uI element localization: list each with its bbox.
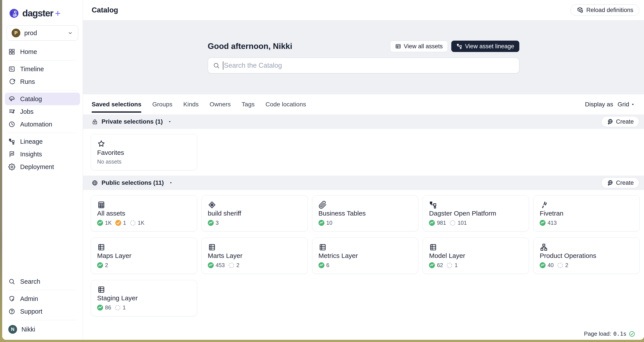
section-toggle-public-selections-11[interactable]: Public selections (11)	[92, 179, 173, 186]
dagster-logo: dagster +	[9, 8, 83, 19]
sidebar-item-lineage[interactable]: Lineage	[5, 135, 80, 148]
sidebar-spacer	[2, 173, 83, 275]
asset-status-counts: 4532	[208, 262, 302, 268]
sidebar-item-insights[interactable]: Insights	[5, 148, 80, 161]
tab-code-locations[interactable]: Code locations	[266, 94, 306, 114]
globe-plus-icon	[607, 179, 614, 186]
never-materialized-status-icon	[229, 263, 234, 268]
display-as-select[interactable]: Grid	[618, 101, 635, 108]
table-rows-icon	[97, 243, 106, 251]
catalog-search-input[interactable]	[224, 62, 514, 69]
selection-card-all-assets[interactable]: All assets1K11K	[91, 195, 197, 231]
tab-owners[interactable]: Owners	[210, 94, 230, 114]
user-name: Nikki	[22, 326, 35, 333]
asset-status-counts: 10	[318, 220, 412, 226]
status-count: 40	[548, 262, 554, 268]
sidebar-item-automation[interactable]: Automation	[5, 118, 80, 131]
tab-tags[interactable]: Tags	[242, 94, 254, 114]
sidebar-item-support[interactable]: Support	[5, 305, 80, 318]
materialized-status-icon	[208, 220, 214, 226]
display-as-label: Display as	[585, 101, 613, 108]
divider	[8, 290, 76, 290]
status-count: 6	[326, 262, 330, 268]
sidebar-item-search[interactable]: Search	[5, 275, 80, 288]
lock-icon	[92, 119, 98, 125]
sidebar-item-catalog[interactable]: Catalog	[5, 93, 80, 105]
sidebar-item-home[interactable]: Home	[5, 45, 80, 58]
asset-status-counts: 6	[318, 262, 412, 268]
table-rows-icon	[318, 243, 327, 251]
deployment-switcher[interactable]: P prod	[6, 25, 78, 41]
selection-card-maps-layer[interactable]: Maps Layer2	[91, 238, 197, 274]
catalog-tabs-row: Saved selectionsGroupsKindsOwnersTagsCod…	[83, 94, 644, 114]
materialized-status-icon	[208, 262, 214, 268]
card-title: Model Layer	[429, 252, 522, 259]
stale-status-icon	[115, 220, 121, 226]
create-selection-button[interactable]: Create	[601, 116, 639, 127]
materialized-status-icon	[540, 262, 546, 268]
selection-card-build-sheriff[interactable]: build sheriff3	[202, 195, 308, 231]
insights-icon	[8, 151, 15, 158]
sidebar-item-jobs[interactable]: Jobs	[5, 105, 80, 118]
tab-kinds[interactable]: Kinds	[183, 94, 198, 114]
paperclip-icon	[318, 201, 327, 209]
logo-wordmark: dagster	[22, 8, 53, 18]
view-all-assets-button[interactable]: View all assets	[390, 41, 448, 52]
section-toggle-private-selections-1[interactable]: Private selections (1)	[92, 118, 172, 125]
never-materialized-status-icon	[115, 305, 120, 310]
never-materialized-status-icon	[447, 263, 452, 268]
selection-card-staging-layer[interactable]: Staging Layer861	[91, 280, 197, 316]
main-content: Catalog Reload definitions Good afternoo…	[83, 0, 644, 340]
card-title: Favorites	[97, 149, 191, 156]
sidebar-item-label: Support	[20, 308, 42, 315]
card-subtitle: No assets	[97, 159, 191, 165]
selection-card-fivetran[interactable]: Fivetran413	[533, 195, 640, 231]
reload-definitions-button[interactable]: Reload definitions	[570, 4, 639, 16]
sidebar-item-runs[interactable]: Runs	[5, 75, 80, 88]
sidebar-item-deployment[interactable]: Deployment	[5, 161, 80, 173]
selection-card-model-layer[interactable]: Model Layer621	[422, 238, 529, 274]
search-icon	[8, 278, 15, 285]
status-count: 10	[326, 220, 332, 226]
status-count: 981	[437, 220, 446, 226]
materialized-status-icon	[97, 220, 103, 226]
materialized-status-icon	[429, 262, 435, 268]
sidebar-item-admin[interactable]: Admin	[5, 292, 80, 305]
admin-icon	[8, 295, 15, 302]
catalog-icon	[8, 95, 15, 102]
view-asset-lineage-button[interactable]: View asset lineage	[451, 41, 519, 52]
card-title: Metrics Layer	[318, 252, 412, 259]
table-rows-icon	[208, 243, 216, 251]
status-count: 1	[123, 305, 126, 311]
user-menu[interactable]: N Nikki	[5, 322, 80, 336]
selection-card-dagster-open-platform[interactable]: Dagster Open Platform981101	[422, 195, 529, 231]
asset-status-counts: 861	[97, 305, 191, 311]
status-count: 1	[123, 220, 126, 226]
tab-groups[interactable]: Groups	[152, 94, 172, 114]
create-selection-button[interactable]: Create	[601, 177, 639, 188]
sidebar-item-label: Deployment	[20, 163, 54, 171]
page-title: Catalog	[92, 6, 118, 14]
card-title: All assets	[97, 210, 191, 217]
asset-status-counts: 3	[208, 220, 302, 226]
top-bar: Catalog Reload definitions	[83, 0, 644, 20]
catalog-search[interactable]	[208, 58, 519, 73]
card-title: Product Operations	[540, 252, 633, 259]
status-count: 101	[458, 220, 467, 226]
selection-card-business-tables[interactable]: Business Tables10	[312, 195, 418, 231]
deployment-icon	[8, 163, 15, 170]
sidebar-item-label: Lineage	[20, 138, 43, 145]
page-load-status: Page load: 0.1s	[583, 329, 636, 339]
selection-card-favorites[interactable]: FavoritesNo assets	[91, 134, 197, 170]
tab-saved-selections[interactable]: Saved selections	[92, 94, 141, 114]
sidebar-item-timeline[interactable]: Timeline	[5, 63, 80, 75]
card-title: build sheriff	[208, 210, 302, 217]
status-count: 1K	[105, 220, 112, 226]
selection-card-metrics-layer[interactable]: Metrics Layer6	[312, 238, 418, 274]
sidebar-nav: HomeTimelineRunsCatalogJobsAutomationLin…	[2, 45, 83, 173]
catalog-tabs: Saved selectionsGroupsKindsOwnersTagsCod…	[92, 94, 306, 114]
selection-card-marts-layer[interactable]: Marts Layer4532	[202, 238, 308, 274]
jobs-icon	[8, 108, 15, 115]
selection-card-product-operations[interactable]: Product Operations402	[533, 238, 640, 274]
materialized-status-icon	[429, 220, 435, 226]
